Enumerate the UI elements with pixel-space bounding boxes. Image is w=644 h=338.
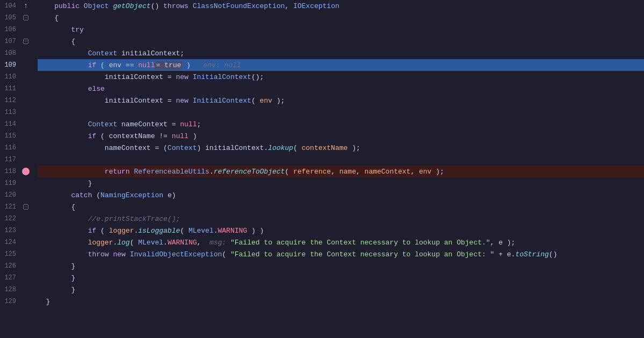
line-number: 124 (0, 239, 20, 246)
code-line-row: initialContext = new InitialContext( env… (38, 95, 644, 106)
code-line: if ( contextName != null ) (38, 130, 644, 142)
code-line (38, 106, 644, 118)
gutter-row: 112 (0, 95, 38, 106)
fold-icon[interactable]: − (23, 15, 28, 20)
code-line: logger.log( MLevel.WARNING, msg: "Failed… (38, 236, 644, 248)
gutter-row: 119 (0, 177, 38, 189)
code-editor: 104↑105−106107−1081091101111121131141151… (0, 0, 644, 338)
token-kw: return (105, 168, 134, 176)
code-line-row: } (38, 177, 644, 189)
token-type: NamingException (100, 191, 163, 199)
token-param: contextName (302, 144, 348, 152)
token-kw: if (88, 132, 97, 140)
token-kw: new (176, 73, 192, 81)
indent (38, 168, 105, 176)
line-number: 111 (0, 85, 20, 92)
line-number: 114 (0, 120, 20, 128)
line-number: 116 (0, 144, 20, 152)
code-area[interactable]: public Object getObject() throws ClassNo… (38, 0, 644, 338)
token-level: WARNING (218, 227, 248, 235)
code-line: { (38, 35, 644, 47)
token-plain: ( (293, 144, 302, 152)
code-line-row: Context initialContext; (38, 47, 644, 59)
line-number: 113 (0, 109, 20, 116)
gutter-row: 118 (0, 166, 38, 177)
gutter-row: 113 (0, 106, 38, 118)
code-line-row: public Object getObject() throws ClassNo… (38, 0, 644, 12)
line-number: 115 (0, 132, 20, 140)
breakpoint-icon[interactable] (22, 168, 30, 175)
inline-hint: env: null (195, 61, 241, 69)
indent (38, 73, 105, 81)
fold-icon[interactable]: − (23, 204, 28, 210)
indent (38, 274, 54, 282)
indent (38, 61, 88, 69)
token-plain: ); (431, 168, 444, 176)
code-line-row: return ReferenceableUtils.referenceToObj… (38, 166, 644, 177)
indent (38, 85, 88, 93)
token-param: logger (109, 227, 134, 235)
indent (38, 2, 54, 10)
line-number: 126 (0, 262, 20, 270)
token-method: getObject (113, 2, 150, 10)
code-line: { (38, 12, 644, 24)
indent (38, 250, 88, 258)
token-plain: , (410, 168, 419, 176)
gutter-icon-area: ↑ (20, 2, 31, 10)
line-number: 118 (0, 168, 20, 175)
token-plain: nameContext = ( (105, 144, 168, 152)
token-string: "Failed to acquire the Context necessary… (230, 239, 490, 247)
token-plain: () (549, 250, 558, 258)
token-comment: //e.printStackTrace(); (88, 215, 180, 223)
gutter-row: 109 (0, 59, 38, 71)
indent (38, 179, 88, 188)
gutter-row: 116 (0, 142, 38, 154)
code-line (38, 154, 644, 166)
token-kw: catch (71, 191, 96, 199)
token-plain: ; (197, 120, 201, 128)
token-kw: if (88, 61, 97, 69)
code-line: //e.printStackTrace(); (38, 213, 644, 225)
token-plain: != (159, 132, 171, 140)
gutter-row: 126 (0, 260, 38, 272)
indent (38, 120, 88, 128)
token-plain: , (356, 168, 365, 176)
arrow-icon: ↑ (24, 2, 28, 10)
indent (38, 191, 71, 199)
token-plain: } (54, 274, 75, 282)
token-kw: throw (88, 250, 113, 258)
line-number: 122 (0, 215, 20, 222)
code-line-row: try (38, 24, 644, 35)
code-line: initialContext = new InitialContext(); (38, 71, 644, 83)
token-method: isLoggable (138, 227, 180, 235)
token-plain: e) (163, 191, 176, 199)
token-plain: } (38, 298, 50, 306)
fold-icon[interactable]: − (23, 39, 28, 44)
code-line-row: nameContext = (Context) initialContext.l… (38, 142, 644, 154)
token-plain: (); (251, 73, 264, 81)
token-plain: contextName (109, 132, 160, 140)
code-line-row: Context nameContext = null; (38, 118, 644, 130)
code-line: nameContext = (Context) initialContext.l… (38, 142, 644, 154)
code-line-row: logger.log( MLevel.WARNING, msg: "Failed… (38, 236, 644, 248)
gutter-row: 108 (0, 47, 38, 59)
code-line: if ( env == null= true ) env: null (38, 59, 644, 71)
line-number: 123 (0, 227, 20, 234)
token-null-kw: null (138, 61, 155, 69)
token-comment: msg: (209, 239, 230, 247)
line-number: 105 (0, 14, 20, 21)
indent (38, 49, 88, 57)
gutter-row: 124 (0, 236, 38, 248)
token-plain: } (71, 262, 75, 270)
gutter-row: 114 (0, 118, 38, 130)
code-line: } (38, 260, 644, 272)
token-kw: throws (163, 2, 193, 10)
code-line: } (38, 177, 644, 189)
token-plain: { (54, 14, 59, 22)
code-line-row: if ( contextName != null ) (38, 130, 644, 142)
gutter-row: 120 (0, 189, 38, 201)
code-line-row: else (38, 83, 644, 95)
indent (38, 227, 88, 235)
line-number: 117 (0, 156, 20, 163)
token-type: InvalidObjectException (130, 250, 222, 258)
